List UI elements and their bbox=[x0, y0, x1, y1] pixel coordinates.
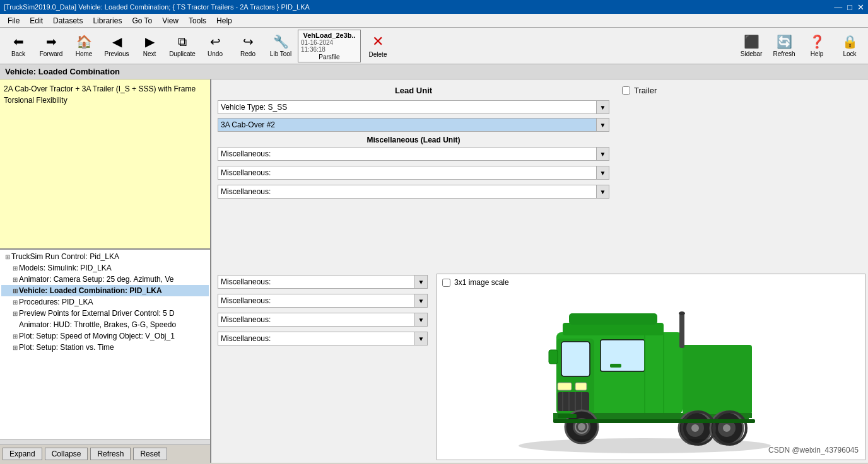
delete-button[interactable]: ✕ Delete bbox=[362, 30, 394, 62]
misc-arrow-7[interactable]: ▼ bbox=[415, 332, 428, 345]
collapse-button[interactable]: Collapse bbox=[45, 448, 88, 460]
parsfile-date: 01-16-2024 11:36:18 bbox=[301, 39, 358, 53]
menubar-item-tools[interactable]: Tools bbox=[184, 15, 211, 26]
expand-button[interactable]: Expand bbox=[3, 448, 42, 460]
vehicle-type-row: Vehicle Type: S_SS ▼ bbox=[218, 100, 609, 114]
forward-button[interactable]: ➡ Forward bbox=[35, 30, 67, 62]
menubar-item-help[interactable]: Help bbox=[211, 15, 237, 26]
home-button[interactable]: 🏠 Home bbox=[68, 30, 100, 62]
misc-arrow-3[interactable]: ▼ bbox=[597, 185, 609, 199]
trailer-checkbox[interactable] bbox=[622, 86, 630, 95]
preview-section: 3x1 image scale bbox=[437, 274, 865, 460]
menubar-item-file[interactable]: File bbox=[3, 15, 25, 26]
lock-button[interactable]: 🔒 Lock bbox=[834, 30, 865, 62]
back-icon: ⬅ bbox=[13, 34, 24, 49]
refresh-toolbar-button[interactable]: 🔄 Refresh bbox=[768, 30, 800, 62]
misc-dropdown-4[interactable]: Miscellaneous: bbox=[218, 275, 415, 289]
reset-button[interactable]: Reset bbox=[133, 448, 167, 460]
forward-icon: ➡ bbox=[46, 34, 57, 49]
misc-dropdown-6[interactable]: Miscellaneous: bbox=[218, 313, 415, 327]
menubar-item-go to[interactable]: Go To bbox=[127, 15, 157, 26]
parsfile-name: VehLoad_2e3b.. bbox=[303, 32, 355, 39]
misc-dropdown-7[interactable]: Miscellaneous: bbox=[218, 332, 415, 345]
misc-dropdown-3[interactable]: Miscellaneous: bbox=[218, 185, 597, 199]
misc-bottom-section: Miscellaneous: ▼ Miscellaneous: ▼ Miscel… bbox=[211, 271, 434, 463]
tree-item[interactable]: ⊞Animator: HUD: Throttle, Brakes, G-G, S… bbox=[1, 319, 209, 330]
svg-rect-14 bbox=[683, 345, 752, 414]
svg-rect-35 bbox=[553, 419, 755, 423]
redo-button[interactable]: ↪ Redo bbox=[232, 30, 264, 62]
undo-button[interactable]: ↩ Undo bbox=[199, 30, 231, 62]
misc-row-2: Miscellaneous: ▼ bbox=[218, 166, 609, 180]
scrollbar[interactable] bbox=[0, 439, 210, 444]
image-scale-checkbox[interactable] bbox=[442, 279, 450, 287]
menubar-item-datasets[interactable]: Datasets bbox=[48, 15, 88, 26]
help-button[interactable]: ❓ Help bbox=[801, 30, 833, 62]
toolbar: ⬅ Back ➡ Forward 🏠 Home ◀ Previous ▶ Nex… bbox=[0, 28, 868, 64]
titlebar: [TruckSim2019.0_Data] Vehicle: Loaded Co… bbox=[0, 0, 868, 14]
misc-row-7: Miscellaneous: ▼ bbox=[218, 332, 428, 345]
menubar-item-libraries[interactable]: Libraries bbox=[88, 15, 127, 26]
svg-point-32 bbox=[679, 311, 685, 315]
misc-row-5: Miscellaneous: ▼ bbox=[218, 294, 428, 308]
misc-dropdown-1[interactable]: Miscellaneous: bbox=[218, 147, 597, 161]
trailer-section: Trailer bbox=[616, 79, 868, 271]
vehicle-model-dropdown[interactable]: 3A Cab-Over #2 bbox=[218, 118, 597, 132]
back-button[interactable]: ⬅ Back bbox=[3, 30, 34, 62]
refresh-button[interactable]: Refresh bbox=[90, 448, 131, 460]
menubar-item-edit[interactable]: Edit bbox=[25, 15, 48, 26]
lead-unit-section: Lead Unit Vehicle Type: S_SS ▼ 3A Cab-Ov… bbox=[211, 79, 616, 271]
tree-item[interactable]: ⊞Preview Points for External Driver Cont… bbox=[1, 308, 209, 319]
tree-item[interactable]: ⊞Plot: Setup: Speed of Moving Object: V_… bbox=[1, 330, 209, 342]
vehicle-type-arrow[interactable]: ▼ bbox=[597, 100, 609, 114]
libtool-button[interactable]: 🔧 Lib Tool bbox=[265, 30, 296, 62]
sidebar-button[interactable]: ⬛ Sidebar bbox=[736, 30, 767, 62]
duplicate-icon: ⧉ bbox=[178, 35, 187, 49]
image-scale-label: 3x1 image scale bbox=[454, 278, 509, 287]
svg-rect-31 bbox=[679, 313, 684, 348]
redo-icon: ↪ bbox=[243, 34, 254, 49]
help-icon: ❓ bbox=[809, 34, 825, 49]
trailer-label: Trailer bbox=[634, 86, 657, 95]
misc-dropdown-5[interactable]: Miscellaneous: bbox=[218, 294, 415, 308]
left-panel-footer: ExpandCollapseRefreshReset bbox=[0, 444, 210, 463]
vehicle-type-dropdown[interactable]: Vehicle Type: S_SS bbox=[218, 100, 597, 114]
left-panel: 2A Cab-Over Tractor + 3A Trailer (I_S + … bbox=[0, 79, 211, 463]
misc-arrow-5[interactable]: ▼ bbox=[415, 294, 428, 308]
tree-item[interactable]: ⊞TruckSim Run Control: Pid_LKA bbox=[1, 251, 209, 262]
page-title: Vehicle: Loaded Combination bbox=[0, 64, 868, 79]
titlebar-title: [TruckSim2019.0_Data] Vehicle: Loaded Co… bbox=[4, 3, 310, 11]
tree-item[interactable]: ⊞Procedures: PID_LKA bbox=[1, 296, 209, 308]
misc-arrow-1[interactable]: ▼ bbox=[597, 147, 609, 161]
misc-arrow-6[interactable]: ▼ bbox=[415, 313, 428, 327]
maximize-button[interactable]: □ bbox=[847, 3, 852, 12]
misc-arrow-2[interactable]: ▼ bbox=[597, 166, 609, 180]
misc-arrow-4[interactable]: ▼ bbox=[415, 275, 428, 289]
svg-rect-3 bbox=[601, 340, 645, 371]
titlebar-controls: — □ ✕ bbox=[834, 3, 864, 12]
refresh-icon: 🔄 bbox=[777, 34, 792, 49]
svg-point-18 bbox=[578, 423, 585, 431]
next-button[interactable]: ▶ Next bbox=[134, 30, 165, 62]
vehicle-model-arrow[interactable]: ▼ bbox=[597, 118, 609, 132]
duplicate-button[interactable]: ⧉ Duplicate bbox=[167, 30, 198, 62]
right-bottom: Miscellaneous: ▼ Miscellaneous: ▼ Miscel… bbox=[211, 271, 868, 463]
tree-item[interactable]: ⊞Plot: Setup: Station vs. Time bbox=[1, 342, 209, 353]
svg-rect-10 bbox=[575, 383, 587, 390]
main-content: 2A Cab-Over Tractor + 3A Trailer (I_S + … bbox=[0, 79, 868, 463]
tree-item[interactable]: ⊞Animator: Camera Setup: 25 deg. Azimuth… bbox=[1, 274, 209, 285]
tree-item[interactable]: ⊞Models: Simulink: PID_LKA bbox=[1, 262, 209, 274]
parsfile-button[interactable]: VehLoad_2e3b.. 01-16-2024 11:36:18 Parsf… bbox=[298, 30, 361, 62]
right-panel: Lead Unit Vehicle Type: S_SS ▼ 3A Cab-Ov… bbox=[211, 79, 868, 463]
svg-rect-12 bbox=[569, 313, 657, 325]
misc-dropdown-2[interactable]: Miscellaneous: bbox=[218, 166, 597, 180]
close-button[interactable]: ✕ bbox=[857, 3, 864, 12]
minimize-button[interactable]: — bbox=[834, 3, 842, 12]
notes-area: 2A Cab-Over Tractor + 3A Trailer (I_S + … bbox=[0, 79, 210, 250]
previous-button[interactable]: ◀ Previous bbox=[101, 30, 132, 62]
menubar-item-view[interactable]: View bbox=[157, 15, 184, 26]
home-icon: 🏠 bbox=[76, 34, 92, 49]
lead-unit-title: Lead Unit bbox=[218, 86, 609, 95]
tree-item[interactable]: ⊞Vehicle: Loaded Combination: PID_LKA bbox=[1, 285, 209, 296]
libtool-icon: 🔧 bbox=[273, 34, 289, 49]
